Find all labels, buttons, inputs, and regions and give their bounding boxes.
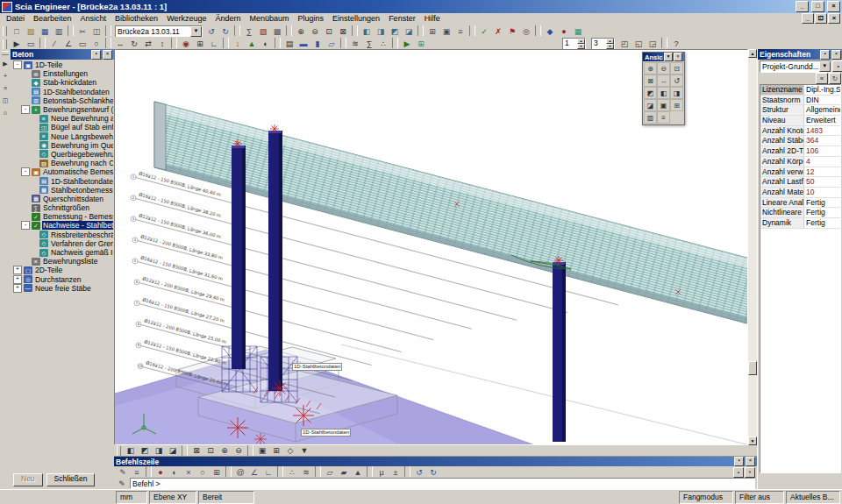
- action-menu-icon[interactable]: ≡: [816, 73, 828, 84]
- zoom-out-icon[interactable]: ⊖: [308, 25, 322, 38]
- zoom-in-icon[interactable]: ⊕: [218, 445, 232, 457]
- minimize-button[interactable]: _: [796, 1, 809, 12]
- status-snap-mode[interactable]: Fangmodus: [679, 491, 733, 504]
- pin-icon[interactable]: ▪: [820, 50, 830, 60]
- menu-item[interactable]: Werkzeuge: [162, 14, 210, 23]
- tree-item[interactable]: ≡Neue Längsbewehrung auf: [11, 132, 113, 141]
- ansicht-palette[interactable]: Ansicht ▼ × ⊕⊖⊡⊠↔↺◩◧◨◪▣⊞▥≡: [642, 52, 685, 125]
- close-icon[interactable]: ×: [103, 50, 112, 60]
- maximize-button[interactable]: □: [811, 1, 824, 12]
- tree-item[interactable]: -+Bewehrungsentwurf (ohne Ber: [11, 105, 113, 114]
- tree-expander[interactable]: +: [13, 284, 22, 293]
- zoom-window-icon[interactable]: ⊡: [322, 25, 336, 38]
- layers-icon[interactable]: ◎: [519, 25, 533, 38]
- combination-icon[interactable]: ∑: [362, 38, 376, 50]
- menu-item[interactable]: Menübaum: [246, 14, 294, 23]
- pan-icon[interactable]: ↔: [657, 75, 670, 87]
- property-row[interactable]: Anzahl Körper:4: [760, 157, 840, 167]
- view-axo-icon[interactable]: ◪: [166, 445, 180, 457]
- tree-item[interactable]: ◇Rissbreitenbeschränkung: [11, 231, 113, 239]
- slab-icon[interactable]: ▱: [325, 38, 339, 50]
- view-front-icon[interactable]: ◧: [124, 445, 138, 457]
- tree-item[interactable]: ≡Bewehrungsliste: [11, 257, 113, 266]
- tree-item[interactable]: ▤1D-Stahlbetondaten: [11, 88, 113, 96]
- menu-item[interactable]: Fenster: [384, 14, 420, 23]
- scrollbar-thumb[interactable]: [748, 361, 757, 375]
- tree-item[interactable]: -▣Automatische Bemessung: [11, 167, 113, 176]
- property-row[interactable]: StrukturAllgemeines X...: [760, 105, 840, 116]
- property-row[interactable]: NiveauErweitert: [760, 116, 840, 126]
- snap-settings-icon[interactable]: ◉: [179, 38, 193, 50]
- command-edit-icon[interactable]: ✎: [116, 466, 130, 478]
- accept-icon[interactable]: ✓: [477, 25, 491, 38]
- command-panel-titlebar[interactable]: Befehlszeile ▪ ×: [114, 457, 757, 466]
- tree-item[interactable]: ▦Stahlbetonbemessung: [11, 186, 113, 195]
- status-units[interactable]: mm: [116, 491, 147, 504]
- property-row[interactable]: Anzahl Lastfä...50: [760, 177, 840, 188]
- column-icon[interactable]: ▮: [310, 38, 325, 50]
- close-icon[interactable]: ×: [831, 50, 841, 60]
- ortho-lock-icon[interactable]: ∟: [261, 466, 275, 478]
- model-viewport[interactable]: 1Ø16á12 - 150 B500B, Länge 40,40 m2Ø16á1…: [114, 49, 748, 445]
- zoom-window-icon[interactable]: ⊡: [203, 445, 218, 457]
- print-view-icon[interactable]: ▥: [644, 111, 657, 124]
- cancel-icon[interactable]: ✗: [491, 25, 505, 38]
- tree-item[interactable]: +—Neue freie Stäbe: [11, 284, 113, 293]
- tree-expander[interactable]: -: [13, 60, 22, 69]
- zoom-in-icon[interactable]: ⊕: [644, 62, 657, 75]
- redo-icon[interactable]: ↻: [218, 25, 232, 38]
- cut-icon[interactable]: ✂: [75, 25, 89, 38]
- draw-rect-icon[interactable]: ▭: [75, 38, 89, 50]
- status-filter[interactable]: Filter aus: [735, 491, 784, 504]
- palette-menu-icon[interactable]: ▼: [664, 53, 673, 61]
- edit-pencil-icon[interactable]: ✎: [116, 478, 128, 490]
- perspective-icon[interactable]: ◇: [283, 445, 297, 457]
- tree-item[interactable]: ◇Querbiegebewehrung einf: [11, 150, 113, 159]
- view-side-icon[interactable]: ◨: [670, 87, 683, 99]
- mirror-icon[interactable]: ⇄: [141, 38, 155, 50]
- zoom-all-icon[interactable]: ⊠: [644, 75, 657, 87]
- beton-panel-titlebar[interactable]: Beton ▪ ×: [11, 49, 114, 60]
- undo-icon[interactable]: ↺: [412, 466, 426, 478]
- pier-left[interactable]: [232, 146, 246, 369]
- project-combo[interactable]: Brücke2a 13.03.11 ▼: [115, 25, 203, 38]
- tree-item[interactable]: ▤1D-Stahlbetondaten: [11, 176, 113, 185]
- pin-icon[interactable]: ▪: [91, 50, 101, 60]
- tree-item[interactable]: ∑Schnittgrößen: [11, 203, 113, 212]
- snap-node-icon[interactable]: ●: [153, 466, 168, 478]
- coord-polar-icon[interactable]: ∠: [247, 466, 261, 478]
- home-view-icon[interactable]: ⌂: [0, 107, 11, 118]
- zoom-out-icon[interactable]: ⊖: [232, 445, 246, 457]
- status-plane[interactable]: Ebene XY: [149, 491, 196, 504]
- property-row[interactable]: Lineare Anal...Fertig: [760, 198, 840, 209]
- copy-icon[interactable]: ◫: [89, 25, 103, 38]
- zoom-all-icon[interactable]: ⊠: [336, 25, 350, 38]
- selection-rect-icon[interactable]: ▭: [24, 38, 38, 50]
- property-row[interactable]: LizenznameDipl.-Ing.S.R...: [760, 85, 840, 96]
- tree-expander[interactable]: +: [13, 275, 22, 284]
- status-current[interactable]: Aktuelles B...: [786, 491, 840, 504]
- tree-item[interactable]: +◎Durchstanzen: [11, 275, 113, 284]
- undo-icon[interactable]: ↺: [204, 25, 218, 38]
- load-case-icon[interactable]: ≋: [348, 38, 362, 50]
- rotate-icon[interactable]: ↻: [127, 38, 141, 50]
- menu-item[interactable]: Datei: [2, 14, 29, 23]
- coord-absolute-icon[interactable]: @: [233, 466, 247, 478]
- close-icon[interactable]: ×: [674, 53, 682, 61]
- eigenschaften-titlebar[interactable]: Eigenschaften ▪ ×: [758, 49, 842, 60]
- save-icon[interactable]: ▦: [38, 25, 52, 38]
- activity-icon[interactable]: ◲: [646, 38, 660, 50]
- measure-icon[interactable]: ±: [389, 466, 403, 478]
- property-row[interactable]: Anzahl verwe...12: [760, 167, 840, 178]
- toolbar-grip[interactable]: [3, 39, 7, 49]
- dot-grid-icon[interactable]: ∴: [285, 466, 299, 478]
- tree-item[interactable]: ≡Neue Bewehrung auf Stab: [11, 114, 113, 123]
- command-history-icon[interactable]: ≡: [130, 466, 144, 478]
- toolbar-grip[interactable]: [3, 26, 7, 36]
- neu-button[interactable]: Neu: [13, 473, 43, 486]
- tree-expander[interactable]: +: [13, 266, 22, 274]
- mdi-minimize-button[interactable]: _: [802, 13, 814, 24]
- grid-icon[interactable]: ⊞: [193, 38, 207, 50]
- tree-item[interactable]: -✓Nachweise - Stahlbetonnachw: [11, 221, 113, 230]
- pointer-icon[interactable]: ▶: [10, 38, 24, 50]
